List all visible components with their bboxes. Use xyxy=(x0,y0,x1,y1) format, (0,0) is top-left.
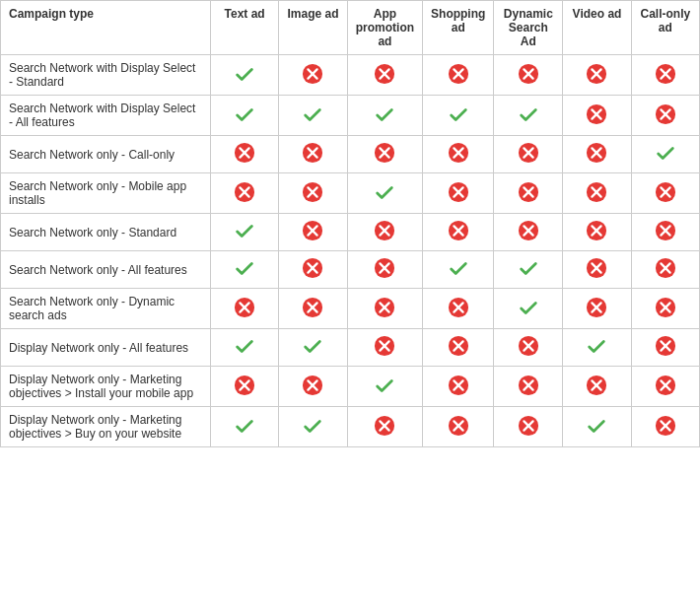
cross-icon xyxy=(655,375,676,396)
cross-icon xyxy=(374,335,395,357)
cell-6-0 xyxy=(211,289,279,329)
cell-4-1 xyxy=(279,214,347,251)
table-row: Search Network with Display Select - All… xyxy=(1,96,700,136)
cell-3-3 xyxy=(423,173,494,214)
cross-icon xyxy=(448,415,469,437)
cell-7-3 xyxy=(423,329,494,367)
campaign-label-2: Search Network only - Call-only xyxy=(1,136,211,173)
cross-icon xyxy=(586,297,607,318)
table-row: Search Network only - Call-only xyxy=(1,136,700,173)
cross-icon xyxy=(655,297,676,318)
cell-2-0 xyxy=(211,136,279,173)
check-icon xyxy=(302,415,323,437)
cross-icon xyxy=(302,297,323,318)
cross-icon xyxy=(302,375,323,396)
cross-icon xyxy=(586,257,607,279)
check-icon xyxy=(234,257,255,279)
cross-icon xyxy=(234,142,255,164)
check-icon xyxy=(586,335,607,357)
cell-8-0 xyxy=(211,367,279,407)
check-icon xyxy=(234,103,255,125)
cell-8-2 xyxy=(347,367,422,407)
campaign-label-0: Search Network with Display Select - Sta… xyxy=(1,55,211,96)
table-row: Search Network only - Standard xyxy=(1,214,700,251)
cell-8-1 xyxy=(279,367,347,407)
cell-0-3 xyxy=(423,55,494,96)
cross-icon xyxy=(655,103,676,125)
cell-7-4 xyxy=(494,329,563,367)
cell-8-6 xyxy=(631,367,699,407)
campaign-label-1: Search Network with Display Select - All… xyxy=(1,96,211,136)
campaign-label-7: Display Network only - All features xyxy=(1,329,211,367)
campaign-label-4: Search Network only - Standard xyxy=(1,214,211,251)
check-icon xyxy=(234,415,255,437)
cross-icon xyxy=(448,375,469,396)
cell-6-2 xyxy=(347,289,422,329)
cross-icon xyxy=(586,103,607,125)
header-call-only-ad: Call-only ad xyxy=(631,1,699,55)
cell-9-3 xyxy=(423,407,494,447)
check-icon xyxy=(302,103,323,125)
cell-5-4 xyxy=(494,251,563,289)
header-campaign-type: Campaign type xyxy=(1,1,211,55)
cross-icon xyxy=(302,63,323,85)
cell-2-1 xyxy=(279,136,347,173)
cross-icon xyxy=(518,181,539,203)
cross-icon xyxy=(586,181,607,203)
cell-0-4 xyxy=(494,55,563,96)
cross-icon xyxy=(586,375,607,396)
campaign-label-5: Search Network only - All features xyxy=(1,251,211,289)
cross-icon xyxy=(234,375,255,396)
cell-2-2 xyxy=(347,136,422,173)
check-icon xyxy=(302,335,323,357)
cell-5-3 xyxy=(423,251,494,289)
cell-3-1 xyxy=(279,173,347,214)
cross-icon xyxy=(374,415,395,437)
header-video-ad: Video ad xyxy=(563,1,631,55)
cell-9-1 xyxy=(279,407,347,447)
cell-6-1 xyxy=(279,289,347,329)
cell-2-3 xyxy=(423,136,494,173)
campaign-label-6: Search Network only - Dynamic search ads xyxy=(1,289,211,329)
cross-icon xyxy=(655,257,676,279)
cell-3-2 xyxy=(347,173,422,214)
cross-icon xyxy=(374,142,395,164)
cross-icon xyxy=(302,220,323,241)
check-icon xyxy=(234,335,255,357)
campaign-label-8: Display Network only - Marketing objecti… xyxy=(1,367,211,407)
table-row: Search Network only - Dynamic search ads xyxy=(1,289,700,329)
cross-icon xyxy=(374,297,395,318)
check-icon xyxy=(374,375,395,396)
table-row: Search Network only - All features xyxy=(1,251,700,289)
check-icon xyxy=(234,220,255,241)
cross-icon xyxy=(518,375,539,396)
cross-icon xyxy=(448,181,469,203)
cell-1-1 xyxy=(279,96,347,136)
cross-icon xyxy=(302,257,323,279)
check-icon xyxy=(655,142,676,164)
cross-icon xyxy=(518,220,539,241)
campaign-label-9: Display Network only - Marketing objecti… xyxy=(1,407,211,447)
cell-6-5 xyxy=(563,289,631,329)
header-text-ad: Text ad xyxy=(211,1,279,55)
cell-9-0 xyxy=(211,407,279,447)
check-icon xyxy=(448,257,469,279)
cell-4-0 xyxy=(211,214,279,251)
cross-icon xyxy=(374,63,395,85)
cell-4-2 xyxy=(347,214,422,251)
cell-7-0 xyxy=(211,329,279,367)
cross-icon xyxy=(655,220,676,241)
cross-icon xyxy=(518,63,539,85)
cell-4-5 xyxy=(563,214,631,251)
table-row: Display Network only - Marketing objecti… xyxy=(1,367,700,407)
cross-icon xyxy=(302,142,323,164)
cell-7-2 xyxy=(347,329,422,367)
cross-icon xyxy=(655,181,676,203)
header-image-ad: Image ad xyxy=(279,1,347,55)
check-icon xyxy=(518,103,539,125)
check-icon xyxy=(518,297,539,318)
cell-5-1 xyxy=(279,251,347,289)
cross-icon xyxy=(518,142,539,164)
cell-1-4 xyxy=(494,96,563,136)
cell-0-0 xyxy=(211,55,279,96)
